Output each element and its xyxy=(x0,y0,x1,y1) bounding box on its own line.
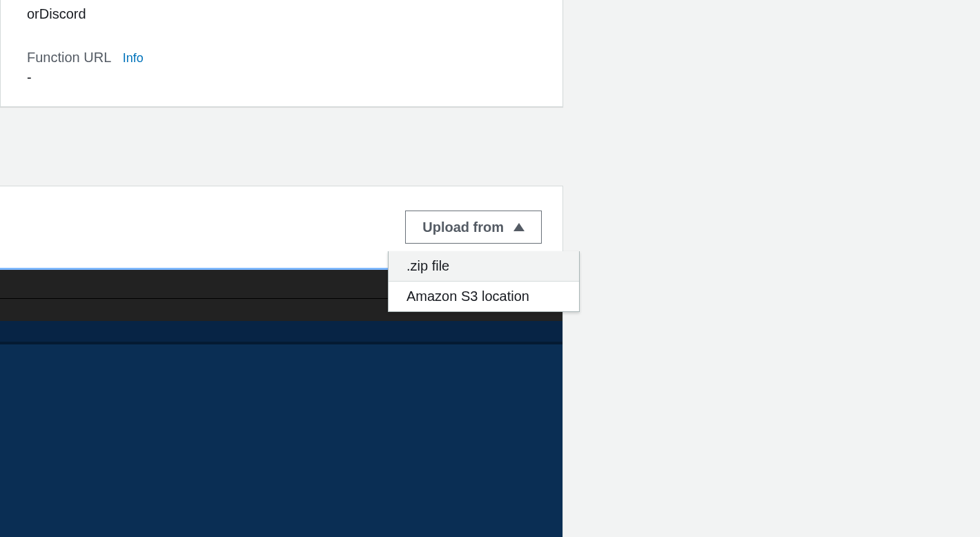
function-url-info-link[interactable]: Info xyxy=(123,51,144,65)
function-info-card: orDiscord Function URL Info - xyxy=(0,0,563,107)
function-url-field: Function URL Info - xyxy=(27,22,535,86)
upload-from-dropdown: .zip file Amazon S3 location xyxy=(388,251,580,312)
upload-zip-option[interactable]: .zip file xyxy=(389,251,579,282)
upload-s3-option[interactable]: Amazon S3 location xyxy=(389,282,579,311)
function-arn-value: orDiscord xyxy=(27,0,535,22)
function-url-label: Function URL xyxy=(27,50,111,66)
caret-up-icon xyxy=(513,223,525,231)
ide-editor-pane[interactable] xyxy=(0,344,562,537)
upload-from-button[interactable]: Upload from xyxy=(405,211,542,244)
upload-from-button-label: Upload from xyxy=(422,219,504,235)
function-url-value: - xyxy=(27,66,535,86)
code-source-panel: Upload from xyxy=(0,186,563,537)
ide-tool-bar[interactable] xyxy=(0,321,562,342)
